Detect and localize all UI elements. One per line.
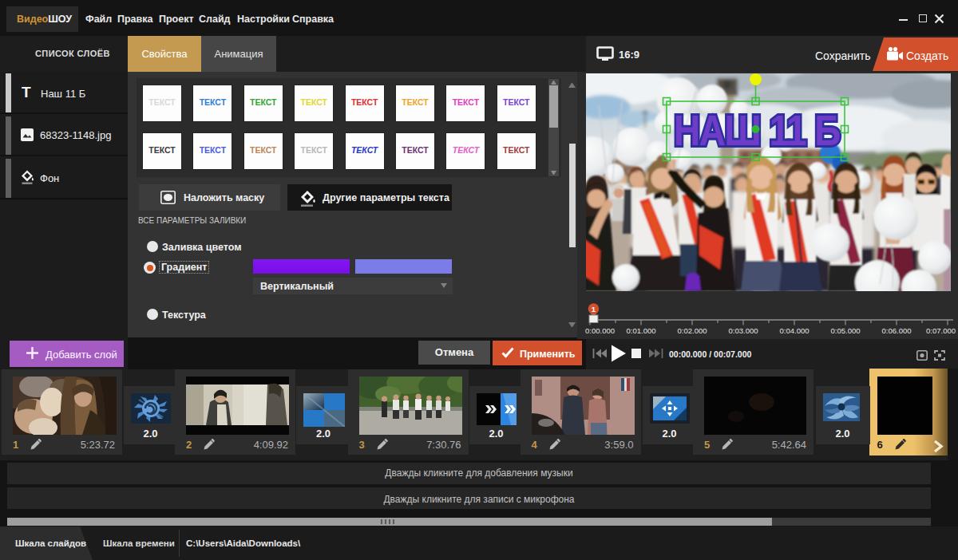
svg-text:1: 1 — [592, 305, 596, 314]
svg-text:НАШ 11 Б: НАШ 11 Б — [674, 106, 840, 155]
